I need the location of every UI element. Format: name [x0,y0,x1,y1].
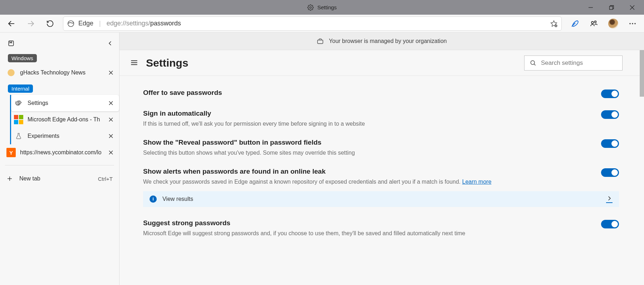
tab-settings[interactable]: Settings [11,95,119,111]
managed-text: Your browser is managed by your organiza… [329,38,447,44]
view-results-label: View results [162,196,193,202]
hamburger-icon[interactable] [130,58,140,68]
close-icon[interactable] [106,148,116,157]
plus-icon [6,175,14,182]
forward-button[interactable] [21,15,40,32]
svg-point-7 [68,20,74,26]
toggle-auto-signin[interactable] [601,110,619,119]
gear-icon [14,98,23,108]
view-results-row[interactable]: i View results [143,191,619,207]
briefcase-icon [317,38,324,45]
chevron-right-icon [606,195,613,203]
learn-more-link[interactable]: Learn more [462,179,492,185]
svg-rect-18 [9,41,13,45]
setting-leak-alerts: Show alerts when passwords are found in … [143,168,619,186]
divider [5,165,114,165]
collections-icon[interactable] [6,38,16,49]
close-icon[interactable] [106,98,116,108]
window-title: Settings [317,4,337,10]
close-icon[interactable] [106,115,116,124]
reload-button[interactable] [41,15,59,32]
tab-group-internal: Settings Microsoft Edge Add-ons - Th Exp… [10,95,119,144]
svg-point-0 [309,6,311,8]
svg-rect-32 [318,40,323,44]
tab-ghacks[interactable]: gHacks Technology News [0,64,119,81]
address-label: Edge [78,20,93,27]
favorite-icon[interactable] [550,20,558,28]
address-bar[interactable]: Edge | edge://settings/passwords [63,16,562,31]
close-button[interactable] [622,0,643,15]
yc-favicon: Y [6,148,16,157]
setting-auto-signin: Sign in automatically If this is turned … [143,110,619,128]
profile-avatar[interactable] [604,15,623,32]
svg-point-16 [632,23,633,24]
flask-icon [14,131,23,141]
edge-logo-icon [67,20,75,28]
toggle-leak-alerts[interactable] [601,168,619,177]
minimize-button[interactable] [580,0,601,15]
maximize-button[interactable] [601,0,622,15]
svg-point-15 [629,23,631,24]
tab-group-windows-pill[interactable]: Windows [8,54,37,62]
setting-offer-save-passwords: Offer to save passwords [143,89,619,99]
people-icon[interactable] [585,15,603,32]
tab-edge-addons[interactable]: Microsoft Edge Add-ons - Th [11,111,119,128]
search-icon [530,59,537,67]
settings-header: Settings [119,50,644,76]
close-icon[interactable] [106,68,116,77]
svg-point-14 [595,21,596,23]
address-url: edge://settings/passwords [107,20,546,27]
feather-icon[interactable] [565,15,584,32]
back-button[interactable] [2,15,21,32]
search-input[interactable] [541,59,617,67]
titlebar: Settings [0,0,644,15]
toggle-offer-save-passwords[interactable] [601,90,619,98]
new-tab-button[interactable]: New tab Ctrl+T [0,170,119,188]
chevron-left-icon[interactable] [105,38,116,49]
leak-alerts-desc: We check your passwords saved in Edge ag… [143,178,594,186]
tab-group-internal-pill[interactable]: Internal [8,84,33,93]
tab-hn[interactable]: Y https://news.ycombinator.com/lo [0,144,119,161]
search-settings[interactable] [524,55,623,71]
settings-content: Offer to save passwords Sign in automati… [119,76,644,237]
toggle-reveal-password[interactable] [601,139,619,148]
keyboard-shortcut: Ctrl+T [98,176,113,182]
svg-point-36 [531,61,535,64]
setting-reveal-password: Show the "Reveal password" button in pas… [143,139,619,157]
vertical-tabs-pane: Windows gHacks Technology News Internal … [0,33,119,285]
setting-suggest-strong-passwords: Suggest strong passwords Microsoft Edge … [143,219,619,237]
browser-toolbar: Edge | edge://settings/passwords [0,15,644,33]
svg-point-21 [18,102,20,104]
toggle-suggest-strong-passwords[interactable] [601,220,619,228]
ghacks-favicon [6,68,16,77]
svg-point-17 [634,23,636,24]
address-separator: | [99,20,101,27]
more-icon[interactable] [623,15,642,32]
info-icon: i [150,195,157,203]
settings-page: Your browser is managed by your organiza… [119,33,644,285]
svg-point-13 [591,21,594,24]
settings-title: Settings [146,57,524,69]
managed-banner: Your browser is managed by your organiza… [119,33,644,50]
tab-experiments[interactable]: Experiments [11,128,119,144]
gear-icon [307,4,314,11]
microsoft-favicon [14,115,23,124]
svg-rect-2 [610,6,613,9]
svg-line-37 [534,64,536,65]
close-icon[interactable] [106,131,116,141]
